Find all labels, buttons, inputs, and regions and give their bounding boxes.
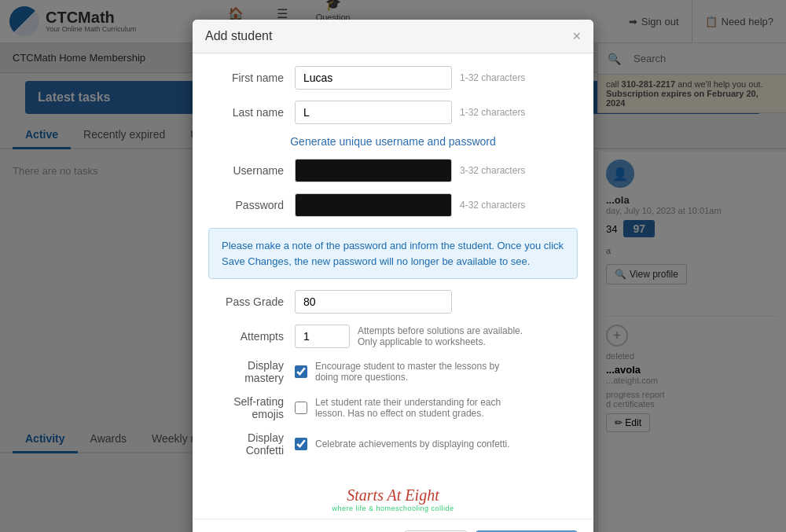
display-mastery-hint: Encourage student to master the lessons … [315,361,512,383]
watermark-brand: Starts At Eight [208,486,578,504]
generate-link-row: Generate unique username and password [208,135,578,148]
self-rating-row: Self-rating emojis Let student rate thei… [208,395,578,420]
last-name-hint: 1-32 characters [460,107,525,118]
watermark-area: Starts At Eight where life & homeschooli… [193,480,593,519]
first-name-label: First name [208,72,295,84]
attempts-hint: Attempts before solutions are available.… [358,325,538,347]
last-name-row: Last name 1-32 characters [208,101,578,124]
self-rating-hint: Let student rate their understanding for… [315,397,512,419]
attempts-label: Attempts [208,330,295,343]
last-name-input[interactable] [295,101,452,124]
username-label: Username [208,164,295,177]
first-name-row: First name 1-32 characters [208,66,578,90]
modal-close-button[interactable]: × [572,29,581,43]
self-rating-checkbox[interactable] [295,402,307,414]
password-input[interactable] [295,193,452,217]
last-name-label: Last name [208,106,295,119]
generate-link-button[interactable]: Generate unique username and password [290,135,496,148]
display-confetti-row: Display Confetti Celebrate achievements … [208,431,578,457]
modal-footer: Cancel Save Changes [193,519,593,532]
display-mastery-label: Display mastery [208,359,295,384]
pass-grade-row: Pass Grade [208,290,578,314]
modal-title: Add student [205,29,272,43]
first-name-hint: 1-32 characters [460,72,525,83]
self-rating-label: Self-rating emojis [208,395,295,420]
attempts-input[interactable] [295,325,350,348]
password-label: Password [208,199,295,211]
pass-grade-label: Pass Grade [208,295,295,308]
username-row: Username 3-32 characters [208,159,578,182]
username-hint: 3-32 characters [460,165,525,176]
display-confetti-checkbox[interactable] [295,438,307,450]
password-row: Password 4-32 characters [208,193,578,217]
display-confetti-hint: Celebrate achievements by displaying con… [315,438,509,449]
username-input[interactable] [295,159,452,182]
warning-text: Please make a note of the password and i… [222,240,564,267]
watermark-tagline: where life & homeschooling collide [208,504,578,512]
modal-body: First name 1-32 characters Last name 1-3… [193,53,593,480]
add-student-modal: Add student × First name 1-32 characters… [193,20,593,532]
display-mastery-row: Display mastery Encourage student to mas… [208,359,578,384]
modal-header: Add student × [193,20,593,53]
warning-box: Please make a note of the password and i… [208,228,578,279]
pass-grade-input[interactable] [295,290,452,314]
display-confetti-label: Display Confetti [208,431,295,457]
display-mastery-checkbox[interactable] [295,365,307,378]
password-hint: 4-32 characters [460,200,525,211]
first-name-input[interactable] [295,66,452,90]
attempts-row: Attempts Attempts before solutions are a… [208,325,578,348]
